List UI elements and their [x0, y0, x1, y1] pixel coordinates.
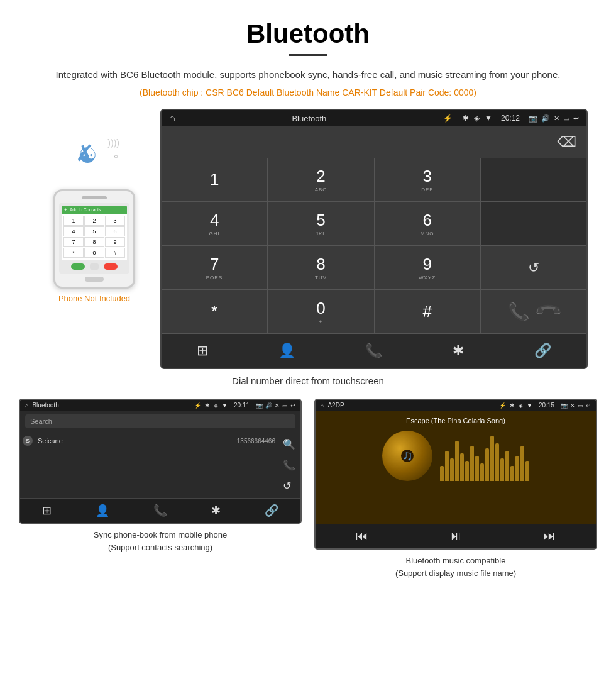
key-5-num: 5	[316, 211, 325, 230]
key-star-num: *	[211, 302, 217, 321]
reload-cell[interactable]: ↺	[481, 246, 586, 289]
key-1-num: 1	[210, 170, 219, 189]
music-camera-icon[interactable]: 📷	[561, 402, 568, 409]
key-3-sub: DEF	[421, 187, 433, 192]
bar-1	[440, 466, 444, 481]
main-caption: Dial number direct from touchscreen	[0, 375, 616, 386]
pb-link-icon[interactable]: 🔗	[265, 504, 278, 517]
pb-bt-bottom-icon[interactable]: ✱	[211, 504, 221, 517]
key-6-num: 6	[422, 211, 431, 230]
music-usb-icon: ⚡	[499, 402, 506, 409]
music-back-icon[interactable]: ↩	[586, 402, 591, 409]
play-pause-button[interactable]: ⏯	[449, 529, 462, 543]
bar-5	[460, 453, 464, 481]
bar-9	[480, 463, 484, 481]
call-red-icon[interactable]: 📞	[533, 296, 563, 326]
bluetooth-icon[interactable]: ✱	[448, 340, 469, 362]
bar-16	[515, 456, 519, 481]
pb-grid-icon[interactable]: ⊞	[42, 504, 52, 517]
right-icons-group: 📷 🔊 ✕ ▭ ↩	[529, 114, 579, 123]
pb-volume-icon[interactable]: 🔊	[265, 402, 272, 409]
phone-key-3: 3	[105, 216, 125, 226]
key-9[interactable]: 9 WXYZ	[375, 246, 480, 289]
call-end-cell[interactable]: 📞 📞	[481, 290, 586, 333]
pb-time: 20:11	[234, 402, 250, 409]
volume-icon[interactable]: 🔊	[541, 114, 550, 123]
music-content-area: Escape (The Pina Colada Song) ♫	[316, 411, 596, 524]
music-block: ⌂ A2DP ⚡ ✱ ◈ ▼ 20:15 📷 ✕ ▭ ↩ Escape (The…	[314, 399, 597, 579]
bt-symbol-area: ✗ ☯ 〭 ))))	[69, 134, 119, 184]
car-statusbar-large: ⌂ Bluetooth ⚡ ✱ ◈ ▼ 20:12 📷 🔊 ✕ ▭ ↩	[162, 110, 586, 126]
add-to-contacts-label: Add to Contacts	[70, 207, 101, 212]
bar-14	[505, 451, 509, 481]
bottom-screens: ⌂ Bluetooth ⚡ ✱ ◈ ▼ 20:11 📷 🔊 ✕ ▭ ↩ Sear…	[0, 399, 616, 579]
phonebook-search-bar[interactable]: Search	[25, 414, 295, 428]
key-8[interactable]: 8 TUV	[268, 246, 373, 289]
bar-2	[445, 451, 449, 481]
camera-icon[interactable]: 📷	[529, 114, 537, 123]
phone-key-2: 2	[84, 216, 104, 226]
music-home-icon[interactable]: ⌂	[321, 402, 324, 409]
music-location-icon: ◈	[519, 402, 523, 409]
key-7-num: 7	[210, 255, 219, 274]
pb-call-icon[interactable]: 📞	[283, 459, 295, 471]
prev-button[interactable]: ⏮	[356, 529, 368, 543]
dial-grid: 1 2 ABC 3 DEF 4 GHI 5 JKL 6	[162, 158, 586, 333]
backspace-button[interactable]: ⌫	[557, 134, 576, 150]
pb-back-icon[interactable]: ↩	[290, 402, 295, 409]
music-player-content: ♫	[382, 431, 529, 481]
pb-home-icon[interactable]: ⌂	[25, 402, 28, 409]
phone-key-4: 4	[63, 226, 84, 236]
close-icon[interactable]: ✕	[554, 114, 559, 123]
bar-15	[510, 466, 514, 481]
music-window-icon[interactable]: ▭	[578, 402, 583, 409]
bar-7	[470, 446, 474, 481]
pb-close-icon[interactable]: ✕	[275, 402, 280, 409]
pb-signal-icon: ▼	[222, 402, 228, 409]
call-green-icon[interactable]: 📞	[508, 301, 530, 322]
key-7[interactable]: 7 PQRS	[162, 246, 267, 289]
grid-icon[interactable]: ⊞	[192, 340, 213, 362]
contacts-icon[interactable]: 👤	[273, 340, 300, 362]
music-caption-line1: Bluetooth music compatible	[406, 556, 506, 565]
key-4[interactable]: 4 GHI	[162, 202, 267, 245]
link-icon[interactable]: 🔗	[529, 340, 556, 362]
phone-icon[interactable]: 📞	[360, 340, 387, 362]
key-2[interactable]: 2 ABC	[268, 158, 373, 201]
key-0[interactable]: 0 +	[268, 290, 373, 333]
home-icon[interactable]: ⌂	[169, 113, 175, 124]
music-close-icon[interactable]: ✕	[570, 402, 575, 409]
next-button[interactable]: ⏭	[543, 529, 556, 543]
key-6-sub: MNO	[421, 231, 434, 236]
key-3[interactable]: 3 DEF	[375, 158, 480, 201]
phonebook-side-icons: 🔍 📞 ↺	[278, 432, 300, 498]
key-5[interactable]: 5 JKL	[268, 202, 373, 245]
music-statusbar: ⌂ A2DP ⚡ ✱ ◈ ▼ 20:15 📷 ✕ ▭ ↩	[316, 400, 596, 411]
key-star[interactable]: *	[162, 290, 267, 333]
key-6[interactable]: 6 MNO	[375, 202, 480, 245]
key-1[interactable]: 1	[162, 158, 267, 201]
back-icon[interactable]: ↩	[573, 114, 579, 123]
pb-phone-icon[interactable]: 📞	[153, 504, 167, 517]
album-art: ♫	[382, 431, 432, 481]
bar-8	[475, 456, 479, 481]
pb-window-icon[interactable]: ▭	[282, 402, 288, 409]
pb-camera-icon[interactable]: 📷	[256, 402, 263, 409]
contact-item[interactable]: S Seicane 13566664466	[20, 432, 278, 450]
pb-search-icon[interactable]: 🔍	[283, 438, 295, 450]
key-2-sub: ABC	[315, 187, 327, 192]
bt-status-icon: ✱	[463, 114, 469, 123]
pb-refresh-icon[interactable]: ↺	[283, 480, 295, 492]
window-icon[interactable]: ▭	[563, 114, 569, 123]
pb-contacts-icon[interactable]: 👤	[96, 504, 109, 517]
phonebook-list: S Seicane 13566664466	[20, 432, 278, 498]
phone-call-btn	[71, 263, 85, 270]
phone-key-6: 6	[105, 226, 125, 236]
phone-key-8: 8	[84, 237, 104, 247]
key-hash[interactable]: #	[375, 290, 480, 333]
music-visualizer	[440, 431, 529, 481]
dial-display: ⌫	[162, 126, 586, 158]
phone-dial-bottom	[62, 262, 127, 271]
phonebook-caption: Sync phone-book from mobile phone (Suppo…	[94, 529, 227, 553]
music-controls-bar: ⏮ ⏯ ⏭	[316, 524, 596, 548]
